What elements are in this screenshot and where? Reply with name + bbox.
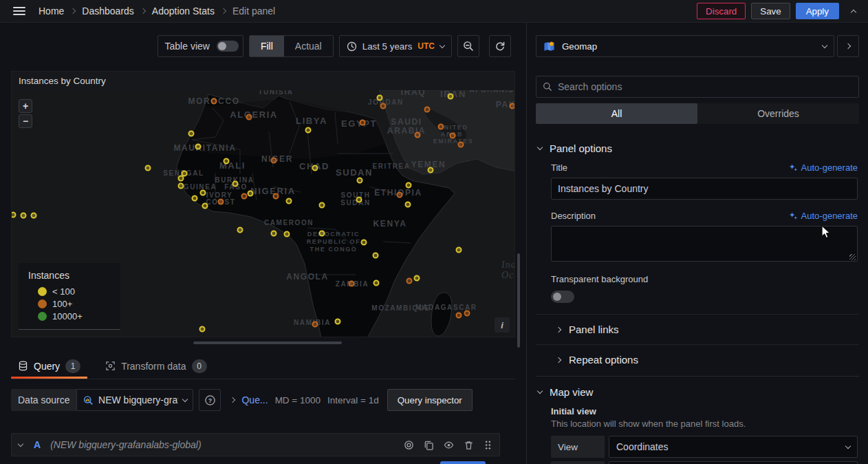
panel-header[interactable]: Instances by Country bbox=[12, 72, 514, 90]
map-data-point[interactable] bbox=[287, 199, 292, 204]
map-data-point[interactable] bbox=[415, 133, 420, 138]
map-zoom-in-button[interactable]: + bbox=[19, 99, 32, 113]
map-data-point[interactable] bbox=[381, 104, 386, 109]
map-data-point[interactable] bbox=[272, 231, 276, 236]
time-range-picker[interactable]: Last 5 years UTC bbox=[339, 35, 452, 57]
tab-transform-data[interactable]: Transform data 0 bbox=[98, 353, 213, 379]
panel-description-input[interactable] bbox=[551, 226, 858, 262]
map-data-point[interactable] bbox=[465, 311, 470, 316]
editor-resize-handle[interactable] bbox=[193, 341, 342, 344]
apply-button[interactable]: Apply bbox=[796, 3, 839, 19]
map-data-point[interactable] bbox=[425, 107, 430, 112]
description-autogenerate-link[interactable]: Auto-generate bbox=[789, 211, 858, 221]
fill-option[interactable]: Fill bbox=[250, 36, 284, 56]
map-data-point[interactable] bbox=[406, 202, 411, 207]
map-data-point[interactable] bbox=[510, 104, 515, 109]
visualization-picker[interactable]: Geomap bbox=[536, 35, 834, 57]
map-data-point[interactable] bbox=[457, 313, 462, 318]
map-data-point[interactable] bbox=[146, 166, 151, 171]
query-inspector-button[interactable]: Query inspector bbox=[387, 389, 473, 411]
run-query-button-partial[interactable] bbox=[440, 461, 486, 464]
query-options-toggle[interactable]: Que... bbox=[241, 394, 268, 405]
map-data-point[interactable] bbox=[212, 99, 217, 104]
map-data-point[interactable] bbox=[248, 191, 253, 196]
map-data-point[interactable] bbox=[182, 171, 187, 176]
view-select[interactable]: Coordinates bbox=[609, 436, 858, 458]
map-data-point[interactable] bbox=[358, 178, 362, 183]
map-data-point[interactable] bbox=[320, 231, 325, 236]
map-data-point[interactable] bbox=[439, 125, 444, 129]
datasource-help-button[interactable]: ? bbox=[199, 389, 221, 411]
map-data-point[interactable] bbox=[360, 120, 365, 125]
map-data-point[interactable] bbox=[285, 232, 290, 237]
map-data-point[interactable] bbox=[313, 166, 318, 171]
map-data-point[interactable] bbox=[193, 196, 197, 201]
map-data-point[interactable] bbox=[398, 193, 402, 198]
title-autogenerate-link[interactable]: Auto-generate bbox=[789, 162, 858, 173]
map-data-point[interactable] bbox=[274, 194, 279, 199]
map-data-point[interactable] bbox=[32, 213, 36, 218]
map-data-point[interactable] bbox=[12, 213, 16, 218]
map-data-point[interactable] bbox=[415, 276, 420, 281]
map-zoom-out-button[interactable]: − bbox=[19, 114, 32, 128]
trash-icon[interactable] bbox=[464, 440, 474, 450]
map-data-point[interactable] bbox=[428, 168, 433, 173]
map-data-point[interactable] bbox=[357, 198, 362, 202]
datasource-picker[interactable]: NEW bigquery-graf bbox=[76, 389, 193, 411]
collapse-options-button[interactable] bbox=[837, 35, 859, 57]
discard-button[interactable]: Discard bbox=[697, 3, 746, 19]
breadcrumb-home[interactable]: Home bbox=[39, 6, 64, 17]
section-map-view[interactable]: Map view bbox=[536, 377, 859, 406]
menu-icon[interactable] bbox=[6, 1, 33, 21]
map-data-point[interactable] bbox=[219, 200, 224, 204]
latitude-input[interactable]: 4.220437 bbox=[609, 461, 858, 464]
map-data-point[interactable] bbox=[448, 94, 453, 99]
map-data-point[interactable] bbox=[179, 184, 184, 189]
map-data-point[interactable] bbox=[200, 327, 205, 332]
breadcrumb-dashboard-name[interactable]: Adoption Stats bbox=[152, 6, 215, 17]
table-view-toggle[interactable] bbox=[217, 41, 239, 52]
map-data-point[interactable] bbox=[336, 319, 340, 324]
map-data-point[interactable] bbox=[272, 158, 276, 163]
map-data-point[interactable] bbox=[179, 176, 184, 181]
tab-overrides[interactable]: Overrides bbox=[697, 103, 859, 124]
tab-all[interactable]: All bbox=[536, 103, 697, 124]
eye-icon[interactable] bbox=[444, 440, 454, 450]
map-data-point[interactable] bbox=[201, 191, 206, 196]
map-data-point[interactable] bbox=[459, 143, 464, 147]
options-search[interactable]: Search options bbox=[536, 76, 859, 98]
map-data-point[interactable] bbox=[362, 240, 367, 245]
map-data-point[interactable] bbox=[203, 204, 208, 209]
save-button[interactable]: Save bbox=[751, 3, 790, 19]
circle-icon[interactable] bbox=[404, 440, 414, 450]
actual-option[interactable]: Actual bbox=[284, 36, 333, 56]
drag-handle-icon[interactable] bbox=[484, 440, 492, 450]
map-data-point[interactable] bbox=[196, 145, 201, 149]
map-data-point[interactable] bbox=[189, 131, 194, 136]
textarea-resize-handle[interactable] bbox=[849, 254, 856, 260]
section-repeat-options[interactable]: Repeat options bbox=[536, 344, 859, 375]
panel-title-input[interactable] bbox=[551, 178, 858, 200]
refresh-button[interactable] bbox=[489, 35, 511, 57]
map-data-point[interactable] bbox=[242, 194, 247, 199]
map-data-point[interactable] bbox=[320, 203, 325, 208]
map-data-point[interactable] bbox=[373, 253, 378, 258]
copy-icon[interactable] bbox=[424, 440, 434, 450]
map-data-point[interactable] bbox=[451, 134, 455, 138]
map-data-point[interactable] bbox=[21, 213, 26, 218]
map-data-point[interactable] bbox=[233, 182, 238, 187]
chevron-up-icon[interactable] bbox=[845, 3, 862, 19]
transparent-background-toggle[interactable] bbox=[551, 291, 574, 303]
map-data-point[interactable] bbox=[247, 115, 252, 120]
map-data-point[interactable] bbox=[374, 281, 379, 286]
map-data-point[interactable] bbox=[406, 183, 411, 188]
section-panel-links[interactable]: Panel links bbox=[536, 314, 859, 344]
map-data-point[interactable] bbox=[349, 282, 354, 286]
map-data-point[interactable] bbox=[407, 279, 412, 284]
map-data-point[interactable] bbox=[313, 322, 318, 327]
breadcrumb-dashboards[interactable]: Dashboards bbox=[82, 6, 134, 17]
map-data-point[interactable] bbox=[457, 248, 462, 253]
map-data-point[interactable] bbox=[378, 96, 382, 101]
map-data-point[interactable] bbox=[238, 228, 243, 233]
section-panel-options[interactable]: Panel options bbox=[536, 133, 859, 162]
